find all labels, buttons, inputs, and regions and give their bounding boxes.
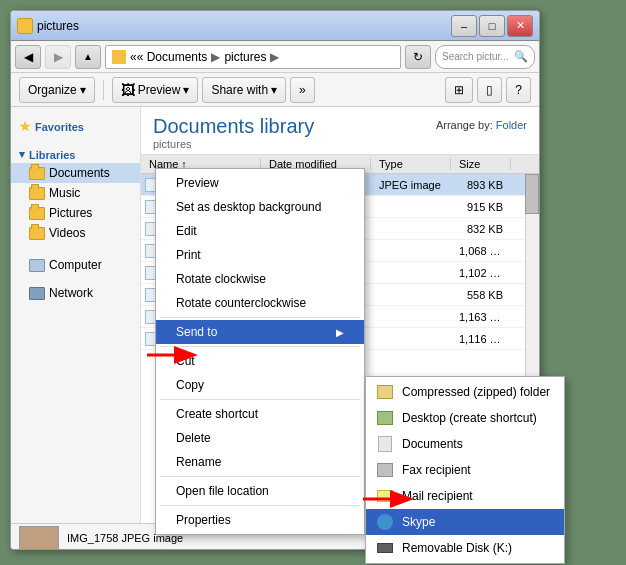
submenu-label: Fax recipient [402,463,471,477]
scrollbar-thumb[interactable] [525,174,539,214]
network-label: Network [49,286,93,300]
library-header: Arrange by: Folder Documents library pic… [141,107,539,155]
file-size: 1,102 KB [451,267,511,279]
preview-arrow-icon: ▾ [183,83,189,97]
submenu-item-zip[interactable]: Compressed (zipped) folder [366,379,564,405]
menu-item-open-file-location[interactable]: Open file location [156,479,364,503]
menu-label: Create shortcut [176,407,258,421]
share-with-label: Share with [211,83,268,97]
menu-label: Delete [176,431,211,445]
organize-button[interactable]: Organize ▾ [19,77,95,103]
libraries-label: Libraries [29,149,75,161]
sidebar-item-music[interactable]: Music [11,183,140,203]
music-label: Music [49,186,80,200]
libraries-section[interactable]: ▾ Libraries [11,144,140,163]
address-path[interactable]: «« Documents ▶ pictures ▶ [105,45,401,69]
arrange-by-value[interactable]: Folder [496,119,527,131]
minimize-button[interactable]: – [451,15,477,37]
submenu-label: Removable Disk (K:) [402,541,512,555]
submenu-item-skype[interactable]: Skype [366,509,564,535]
sidebar-item-network[interactable]: Network [11,283,140,303]
path-separator: ▶ [211,50,220,64]
share-with-button[interactable]: Share with ▾ [202,77,286,103]
title-bar-left: pictures [17,18,451,34]
zip-icon [376,384,394,400]
close-button[interactable]: ✕ [507,15,533,37]
search-placeholder: Search pictur... [442,51,509,62]
menu-label: Copy [176,378,204,392]
path-folder-icon [112,50,126,64]
menu-item-properties[interactable]: Properties [156,508,364,532]
file-size: 1,068 KB [451,245,511,257]
back-button[interactable]: ◀ [15,45,41,69]
more-button[interactable]: » [290,77,315,103]
star-icon: ★ [19,119,31,134]
submenu-item-docs[interactable]: Documents [366,431,564,457]
submenu-item-usb[interactable]: Removable Disk (K:) [366,535,564,561]
submenu-item-desktop[interactable]: Desktop (create shortcut) [366,405,564,431]
sidebar-item-computer[interactable]: Computer [11,255,140,275]
file-type: JPEG image [371,179,451,191]
usb-icon [376,540,394,556]
menu-item-rotate-cw[interactable]: Rotate clockwise [156,267,364,291]
computer-label: Computer [49,258,102,272]
title-bar: pictures – □ ✕ [11,11,539,41]
menu-item-rotate-ccw[interactable]: Rotate counterclockwise [156,291,364,315]
toolbar-separator-1 [103,80,104,100]
help-label: ? [515,83,522,97]
pictures-folder-icon [29,207,45,220]
menu-label: Rename [176,455,221,469]
sidebar-item-videos[interactable]: Videos [11,223,140,243]
menu-item-send-to[interactable]: Send to▶ [156,320,364,344]
library-subtitle: pictures [153,138,527,150]
favorites-label: Favorites [35,121,84,133]
sidebar: ★ Favorites ▾ Libraries Documents Music … [11,107,141,523]
file-size: 558 KB [451,289,511,301]
menu-item-edit[interactable]: Edit [156,219,364,243]
submenu-item-fax[interactable]: Fax recipient [366,457,564,483]
submenu: Compressed (zipped) folder Desktop (crea… [365,376,565,564]
favorites-section: ★ Favorites [11,115,140,136]
maximize-button[interactable]: □ [479,15,505,37]
submenu-label: Documents [402,437,463,451]
menu-item-rename[interactable]: Rename [156,450,364,474]
forward-button[interactable]: ▶ [45,45,71,69]
file-size: 893 KB [451,179,511,191]
submenu-label: Compressed (zipped) folder [402,385,550,399]
menu-item-cut[interactable]: Cut [156,349,364,373]
file-size: 915 KB [451,201,511,213]
submenu-label: Desktop (create shortcut) [402,411,537,425]
menu-item-copy[interactable]: Copy [156,373,364,397]
menu-label: Cut [176,354,195,368]
help-button[interactable]: ? [506,77,531,103]
sidebar-item-documents[interactable]: Documents [11,163,140,183]
up-button[interactable]: ▲ [75,45,101,69]
menu-item-preview[interactable]: Preview [156,171,364,195]
preview-label: Preview [138,83,181,97]
menu-separator [160,399,360,400]
view-icon-button[interactable]: ⊞ [445,77,473,103]
preview-pane-button[interactable]: ▯ [477,77,502,103]
menu-label: Send to [176,325,217,339]
column-type[interactable]: Type [371,158,451,170]
file-size: 832 KB [451,223,511,235]
submenu-item-mail[interactable]: Mail recipient [366,483,564,509]
menu-item-set-desktop[interactable]: Set as desktop background [156,195,364,219]
submenu-arrow-icon: ▶ [336,327,344,338]
libraries-chevron-icon: ▾ [19,148,25,161]
column-size[interactable]: Size [451,158,511,170]
sidebar-item-pictures[interactable]: Pictures [11,203,140,223]
preview-button[interactable]: 🖼 Preview ▾ [112,77,199,103]
submenu-label: Mail recipient [402,489,473,503]
refresh-button[interactable]: ↻ [405,45,431,69]
menu-item-print[interactable]: Print [156,243,364,267]
title-controls: – □ ✕ [451,15,533,37]
fax-icon [376,462,394,478]
search-box[interactable]: Search pictur... 🔍 [435,45,535,69]
address-bar: ◀ ▶ ▲ «« Documents ▶ pictures ▶ ↻ Search… [11,41,539,73]
menu-item-delete[interactable]: Delete [156,426,364,450]
menu-item-create-shortcut[interactable]: Create shortcut [156,402,364,426]
search-icon[interactable]: 🔍 [514,50,528,63]
toolbar-right: ⊞ ▯ ? [445,77,531,103]
pictures-label: Pictures [49,206,92,220]
